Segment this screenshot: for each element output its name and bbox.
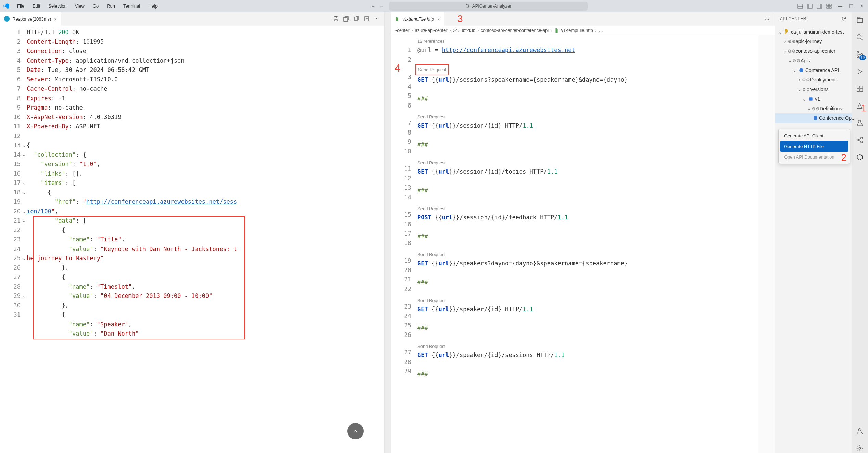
- tree-twisty-icon[interactable]: ⌄: [807, 106, 812, 111]
- search-text: APICenter-Analyzer: [472, 3, 512, 9]
- tab-close-icon[interactable]: ×: [54, 16, 57, 22]
- codelens-send-request[interactable]: Send Request: [417, 342, 772, 351]
- tab-httpfile[interactable]: v1-tempFile.http ×: [391, 12, 444, 26]
- codelens-send-request[interactable]: Send Request: [417, 251, 772, 259]
- bc-4[interactable]: v1-tempFile.http: [561, 28, 593, 33]
- svg-line-36: [859, 140, 861, 142]
- bc-3[interactable]: contoso-api-center-conference-api: [481, 28, 549, 33]
- codelens-send-request[interactable]: Send Request: [417, 159, 772, 167]
- refresh-icon[interactable]: [841, 16, 847, 22]
- menu-go[interactable]: Go: [89, 2, 102, 10]
- layout-grid-icon[interactable]: [826, 3, 832, 9]
- svg-rect-12: [850, 4, 853, 8]
- bc-more[interactable]: …: [599, 28, 603, 33]
- titlebar: File Edit Selection View Go Run Terminal…: [0, 0, 868, 12]
- svg-rect-29: [860, 86, 863, 88]
- svg-rect-31: [860, 89, 863, 91]
- save-icon[interactable]: [333, 16, 339, 22]
- bc-2[interactable]: 2433bf2f3b: [453, 28, 475, 33]
- bc-1[interactable]: azure-api-center: [415, 28, 448, 33]
- ab-api-center-icon[interactable]: [855, 152, 865, 162]
- copy-icon[interactable]: [354, 16, 359, 22]
- tree-row-0[interactable]: ⌄ ca-juliamuiruri-demo-test: [775, 27, 852, 37]
- httpfile-code[interactable]: 12 3456 78910 11121314 15161718 19202122…: [391, 35, 775, 453]
- ab-debug-icon[interactable]: [855, 67, 865, 76]
- nav-forward-icon[interactable]: →: [379, 3, 383, 9]
- nav-back-icon[interactable]: ←: [370, 3, 375, 9]
- more-actions-icon[interactable]: ⋯: [765, 16, 769, 22]
- tree-row-2[interactable]: ⌄ ⚙⚙ contoso-api-center: [775, 46, 852, 56]
- menu-view[interactable]: View: [72, 2, 88, 10]
- tab-response[interactable]: Response(2063ms) ×: [0, 12, 61, 26]
- tree-row-5[interactable]: › ⚙⚙ Deployments: [775, 75, 852, 85]
- tree-row-9[interactable]: Conference Op...: [775, 113, 852, 123]
- fold-icon[interactable]: [364, 16, 369, 22]
- codelens-send-request[interactable]: Send Request: [417, 297, 772, 305]
- tree-row-3[interactable]: ⌄ ⚙⚙ Apis: [775, 56, 852, 65]
- menu-help[interactable]: Help: [145, 2, 161, 10]
- codelens-send-request[interactable]: Send Request: [415, 64, 449, 75]
- tree-row-8[interactable]: ⌄ ⚙⚙ Definitions: [775, 104, 852, 113]
- menu-file[interactable]: File: [14, 2, 28, 10]
- window-minimize-icon[interactable]: —: [836, 3, 844, 9]
- tree-twisty-icon[interactable]: ⌄: [788, 58, 792, 63]
- breadcrumbs[interactable]: -center› azure-api-center› 2433bf2f3b› c…: [391, 26, 775, 35]
- layout-sidebar-right-icon[interactable]: [817, 3, 822, 9]
- tree-row-6[interactable]: ⌄ ⚙⚙ Versions: [775, 85, 852, 94]
- save-all-icon[interactable]: [343, 16, 349, 22]
- tab-close-icon[interactable]: ×: [437, 16, 440, 22]
- minimap[interactable]: [758, 35, 775, 453]
- svg-point-39: [859, 447, 861, 449]
- ab-testing-icon[interactable]: [855, 118, 865, 128]
- window-maximize-icon[interactable]: [848, 3, 854, 9]
- ab-share-icon[interactable]: [855, 135, 865, 145]
- svg-rect-20: [809, 97, 812, 100]
- response-icon: [4, 16, 10, 22]
- menu-edit[interactable]: Edit: [29, 2, 43, 10]
- vscode-logo-icon: [3, 3, 10, 10]
- ab-search-icon[interactable]: [855, 33, 865, 42]
- tree-twisty-icon[interactable]: ⌄: [802, 96, 807, 102]
- codelens-references[interactable]: 12 references: [417, 37, 772, 46]
- more-actions-icon[interactable]: ⋯: [374, 16, 379, 22]
- ab-account-icon[interactable]: [855, 426, 865, 436]
- tree-twisty-icon[interactable]: ⌄: [783, 48, 788, 54]
- scroll-top-button[interactable]: [347, 423, 364, 439]
- svg-point-19: [799, 68, 803, 72]
- tab-response-label: Response(2063ms): [12, 16, 51, 22]
- tree-twisty-icon[interactable]: ›: [783, 39, 788, 44]
- tree-twisty-icon[interactable]: ›: [797, 77, 802, 83]
- api-tree[interactable]: ⌄ ca-juliamuiruri-demo-test › ⚙⚙ apic-jo…: [775, 26, 852, 124]
- layout-panel-icon[interactable]: [797, 3, 803, 9]
- tree-twisty-icon[interactable]: ⌄: [797, 87, 802, 92]
- tree-twisty-icon[interactable]: ⌄: [792, 67, 797, 73]
- tree-twisty-icon[interactable]: ⌄: [778, 29, 783, 35]
- svg-marker-27: [858, 70, 862, 74]
- tree-row-1[interactable]: › ⚙⚙ apic-journey: [775, 37, 852, 46]
- tree-node-label: contoso-api-center: [796, 48, 835, 54]
- svg-point-22: [857, 35, 861, 39]
- ab-extensions-icon[interactable]: [855, 84, 865, 93]
- codelens-send-request[interactable]: Send Request: [417, 205, 772, 213]
- editor-scrollbar[interactable]: [385, 12, 391, 453]
- ctx-generate-api-client[interactable]: Generate API Client: [780, 130, 848, 141]
- ctx-open-api-docs[interactable]: Open API Documentation: [780, 152, 848, 162]
- command-center[interactable]: APICenter-Analyzer: [389, 2, 588, 11]
- annotation-1: 1: [861, 103, 866, 114]
- bc-0[interactable]: -center: [395, 28, 409, 33]
- ctx-generate-http-file[interactable]: Generate HTTP File: [780, 141, 848, 152]
- menu-run[interactable]: Run: [103, 2, 118, 10]
- tree-node-label: Conference Op...: [819, 115, 856, 121]
- menu-terminal[interactable]: Terminal: [120, 2, 143, 10]
- ab-source-control-icon[interactable]: 19: [855, 50, 865, 59]
- menu-selection[interactable]: Selection: [45, 2, 70, 10]
- ab-settings-icon[interactable]: [855, 443, 865, 453]
- layout-sidebar-left-icon[interactable]: [807, 3, 813, 9]
- tree-node-label: Versions: [810, 87, 829, 92]
- codelens-send-request[interactable]: Send Request: [417, 113, 772, 121]
- window-close-icon[interactable]: ×: [858, 3, 865, 9]
- tree-row-7[interactable]: ⌄ v1: [775, 94, 852, 104]
- tree-row-4[interactable]: ⌄ Conference API: [775, 65, 852, 75]
- ab-explorer-icon[interactable]: [855, 15, 865, 25]
- response-code[interactable]: 12345678910111213⌄14⌄151617⌄18⌄1920⌄21⌄2…: [0, 26, 384, 453]
